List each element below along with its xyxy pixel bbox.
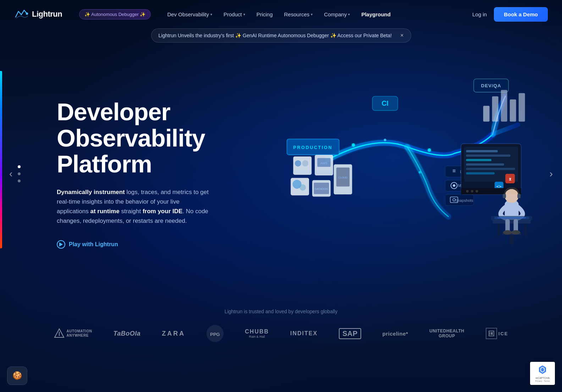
svg-point-16 (302, 160, 308, 167)
ice-container: ICE (486, 328, 508, 339)
chevron-down-icon: ▾ (311, 12, 313, 16)
nav-badge: ✨ Autonomous Debugger ✨ (79, 9, 151, 20)
login-link[interactable]: Log in (472, 11, 487, 17)
pipeline-svg: PRODUCTION CI DEV/QA AWS (255, 71, 534, 277)
hero-section: ‹ Developer Observability Platform Dynam… (0, 50, 562, 298)
svg-rect-42 (464, 147, 518, 182)
svg-marker-1 (59, 242, 63, 247)
svg-point-54 (466, 190, 469, 193)
cookie-banner[interactable]: 🍪 (7, 366, 27, 385)
svg-rect-66 (491, 216, 532, 220)
nav-dev-observability[interactable]: Dev Observability ▾ (162, 9, 217, 20)
svg-text:PPG: PPG (210, 332, 220, 337)
svg-rect-60 (502, 232, 521, 235)
svg-point-35 (453, 184, 455, 187)
logo-inditex: INDITEX (290, 330, 318, 337)
hero-desc-strong-3: from your IDE (143, 208, 182, 215)
recaptcha-badge: reCAPTCHA Privacy · Terms (530, 362, 555, 385)
logo-sap: SAP (339, 328, 361, 339)
svg-rect-72 (497, 217, 526, 219)
hero-content: Developer Observability Platform Dynamic… (57, 99, 241, 248)
nav-badge-label: ✨ Autonomous Debugger ✨ (84, 12, 145, 17)
svg-point-4 (428, 149, 431, 152)
svg-rect-9 (373, 96, 398, 110)
svg-rect-61 (510, 235, 514, 244)
logo-taboola: TaBoOla (113, 330, 140, 337)
chubb-sub-text: Rain & Hail (249, 335, 265, 338)
svg-rect-25 (314, 183, 329, 194)
chubb-box: CHUBB Rain & Hail (245, 328, 269, 338)
recaptcha-icon (538, 365, 547, 375)
slide-dot-3[interactable] (18, 180, 21, 182)
logo-link[interactable]: Lightrun (14, 9, 62, 20)
slide-dot-1[interactable] (18, 165, 21, 168)
hero-desc-strong-2: at runtime (90, 208, 120, 215)
svg-rect-75 (501, 90, 507, 122)
logo-chubb: CHUBB Rain & Hail (245, 328, 269, 338)
svg-rect-46 (466, 164, 504, 166)
svg-text:CLOUD: CLOUD (338, 176, 347, 179)
svg-point-6 (419, 171, 421, 173)
nav-playground[interactable]: Playground (356, 9, 396, 20)
recaptcha-label: reCAPTCHA (535, 377, 550, 379)
logo-zara: ZARA (162, 330, 185, 337)
svg-rect-37 (445, 194, 474, 205)
banner-close-button[interactable]: × (400, 32, 403, 39)
book-demo-button[interactable]: Book a Demo (494, 7, 548, 22)
priceline-text: priceline* (382, 331, 408, 337)
svg-point-5 (469, 148, 472, 151)
svg-rect-7 (287, 139, 339, 155)
svg-rect-28 (336, 167, 349, 187)
automation-anywhere-icon (54, 328, 65, 339)
nav-resources[interactable]: Resources ▾ (279, 9, 318, 20)
svg-point-34 (451, 182, 457, 189)
ice-icon-box (486, 328, 497, 339)
nav-company[interactable]: Company ▾ (319, 9, 355, 20)
svg-rect-24 (312, 180, 331, 197)
hero-description: Dynamically instrument logs, traces, and… (57, 187, 213, 226)
nav-product[interactable]: Product ▾ (219, 9, 250, 20)
banner-text: Lightrun Unveils the industry's first ✨ … (159, 33, 392, 38)
svg-rect-43 (466, 150, 498, 152)
zara-text: ZARA (162, 330, 185, 337)
trusted-text: Lightrun is trusted and loved by develop… (14, 309, 548, 314)
svg-rect-38 (450, 197, 458, 203)
svg-point-63 (505, 189, 519, 203)
svg-rect-19 (317, 158, 330, 167)
play-icon (57, 240, 65, 249)
svg-rect-64 (503, 194, 506, 198)
svg-rect-21 (291, 178, 309, 195)
logo-ice: ICE (486, 328, 508, 339)
svg-rect-59 (524, 223, 527, 236)
inditex-text: INDITEX (290, 330, 318, 337)
recaptcha-sub: Privacy · Terms (535, 380, 550, 382)
play-link[interactable]: Play with Lightrun (57, 240, 241, 249)
svg-text:≡: ≡ (452, 167, 456, 174)
hero-title: Developer Observability Platform (57, 99, 241, 177)
svg-rect-13 (293, 156, 312, 175)
svg-rect-30 (445, 166, 474, 177)
taboola-text: TaBoOla (113, 330, 140, 337)
svg-rect-51 (495, 182, 503, 191)
hero-desc-strong-1: Dynamically instrument (57, 189, 125, 195)
nav-pricing[interactable]: Pricing (252, 9, 278, 20)
svg-text:DATADOG: DATADOG (315, 187, 328, 191)
svg-rect-49 (505, 174, 515, 183)
svg-point-70 (511, 230, 520, 234)
svg-text:≺≻: ≺≻ (496, 184, 502, 188)
logo-ppg: PPG (206, 325, 224, 342)
cookie-icon: 🍪 (12, 371, 22, 380)
svg-text:Metrics: Metrics (458, 183, 470, 188)
svg-rect-57 (493, 220, 531, 223)
chubb-text: CHUBB (245, 328, 269, 335)
svg-rect-41 (461, 144, 521, 194)
hero-illustration: PRODUCTION CI DEV/QA AWS (255, 71, 534, 277)
svg-rect-33 (445, 180, 474, 191)
svg-rect-11 (474, 79, 508, 92)
carousel-prev-button[interactable]: ‹ (6, 165, 16, 183)
slide-dot-2[interactable] (18, 172, 21, 175)
svg-point-0 (26, 12, 28, 15)
carousel-next-button[interactable]: › (546, 165, 556, 183)
svg-rect-68 (514, 219, 518, 232)
ice-symbol-icon (488, 330, 495, 337)
